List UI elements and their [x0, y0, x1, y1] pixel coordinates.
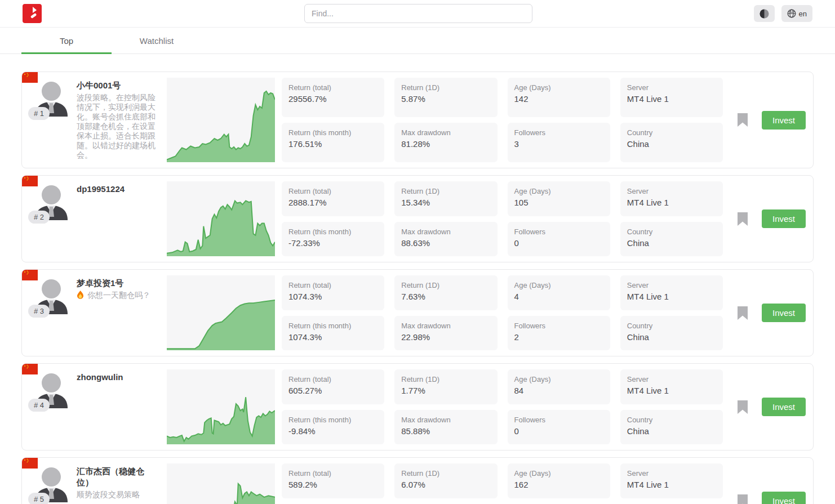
invest-button[interactable]: Invest [762, 492, 806, 504]
stat-value: 15.34% [401, 197, 490, 208]
trader-name[interactable]: zhongwulin [77, 372, 157, 383]
stat-label: Age (Days) [514, 280, 603, 291]
stat-age-days: Age (Days) 4 [508, 275, 610, 310]
tab-top-label: Top [60, 36, 73, 46]
bookmark-button[interactable] [737, 400, 748, 414]
globe-icon [787, 9, 796, 18]
stat-value: 84 [514, 385, 603, 396]
half-moon-contrast-icon [760, 9, 769, 19]
search-container [304, 4, 532, 23]
stat-return-month: Return (this month) 1074.3% [282, 316, 384, 351]
stat-label: Return (total) [288, 83, 377, 93]
stat-value: 6.07% [401, 479, 490, 490]
stat-label: Return (total) [288, 280, 377, 291]
bookmark-button[interactable] [737, 494, 748, 504]
bookmark-button[interactable] [737, 212, 748, 226]
trader-description-text: 顺势波段交易策略 [77, 490, 140, 499]
stat-value: -9.84% [288, 425, 377, 437]
stat-age-days: Age (Days) 162 [508, 463, 610, 498]
trader-name[interactable]: 汇市杰西（稳健仓位） [77, 466, 157, 488]
search-input[interactable] [304, 4, 532, 23]
brand-logo-icon[interactable] [23, 4, 42, 23]
stat-value: 1.77% [401, 385, 490, 396]
stat-age-days: Age (Days) 142 [508, 78, 610, 117]
stat-followers: Followers 0 [508, 410, 610, 445]
card-actions: Invest [730, 458, 813, 504]
tab-bar: Top Watchlist [0, 27, 835, 54]
language-button[interactable]: en [781, 5, 812, 22]
stat-label: Server [627, 280, 716, 291]
stat-value: China [627, 331, 716, 343]
rank-badge: # 1 [28, 107, 50, 120]
trader-name[interactable]: dp19951224 [77, 184, 157, 195]
stat-max-drawdown: Max drawdown 81.28% [394, 123, 497, 162]
stat-return-total: Return (total) 29556.7% [282, 78, 384, 117]
invest-button[interactable]: Invest [762, 304, 806, 322]
tab-watchlist[interactable]: Watchlist [112, 28, 202, 53]
trader-name[interactable]: 小牛0001号 [77, 80, 157, 91]
performance-chart [167, 78, 275, 162]
stat-value: 176.51% [288, 138, 377, 150]
stat-server: Server MT4 Live 1 [620, 275, 723, 310]
bookmark-icon [737, 494, 748, 504]
trader-info: # 5 汇市杰西（稳健仓位） 顺势波段交易策略 [22, 458, 167, 504]
trader-card: # 5 汇市杰西（稳健仓位） 顺势波段交易策略 Return (total) 5… [21, 457, 814, 504]
trader-name[interactable]: 梦卓投资1号 [77, 278, 157, 289]
stat-label: Server [627, 374, 716, 385]
stat-value: China [627, 425, 716, 437]
stat-label: Server [627, 469, 716, 479]
stat-max-drawdown: Max drawdown 88.63% [394, 222, 497, 257]
stat-value: 85.88% [401, 425, 490, 437]
stat-value: MT4 Live 1 [627, 479, 716, 490]
stat-followers: Followers 2 [508, 316, 610, 351]
stat-server: Server MT4 Live 1 [620, 78, 723, 117]
trader-description: 顺势波段交易策略 [77, 490, 156, 499]
stat-value: 81.28% [401, 138, 490, 150]
stat-label: Return (total) [288, 469, 377, 479]
trader-description: 你想一天翻仓吗？ [77, 291, 156, 300]
invest-button[interactable]: Invest [762, 398, 806, 416]
stats-grid: Return (total) 589.2% Return (1D) 6.07% … [282, 463, 723, 504]
stat-country: Country China [620, 222, 723, 257]
trader-info: # 3 梦卓投资1号 你想一天翻仓吗？ [22, 270, 167, 356]
performance-chart [167, 181, 275, 256]
trader-description-text: 波段策略。在控制风险情况下，实现利润最大化。账号会抓住底部和顶部建仓机会，在设置… [77, 93, 156, 159]
stat-value: China [627, 237, 716, 249]
stat-value: 88.63% [401, 237, 490, 249]
invest-button[interactable]: Invest [762, 111, 806, 130]
stats-grid: Return (total) 2888.17% Return (1D) 15.3… [282, 181, 723, 256]
invest-button[interactable]: Invest [762, 209, 806, 228]
flame-icon [77, 291, 84, 299]
trader-card: # 3 梦卓投资1号 你想一天翻仓吗？ Return (total) 1074.… [21, 269, 814, 356]
stats-grid: Return (total) 1074.3% Return (1D) 7.63%… [282, 275, 723, 350]
stat-server: Server MT4 Live 1 [620, 181, 723, 216]
card-actions: Invest [730, 176, 813, 262]
stat-return-1d: Return (1D) 15.34% [394, 181, 497, 216]
trader-card: # 1 小牛0001号 波段策略。在控制风险情况下，实现利润最大化。账号会抓住底… [21, 72, 814, 168]
stat-value: 162 [514, 479, 603, 490]
theme-toggle-button[interactable] [754, 5, 775, 22]
stat-label: Age (Days) [514, 374, 603, 385]
stat-value: 0 [514, 237, 603, 249]
tab-top[interactable]: Top [21, 28, 112, 53]
stat-country: Country China [620, 123, 723, 162]
stat-label: Followers [514, 415, 603, 425]
header-actions: en [754, 5, 812, 22]
trader-description-text: 你想一天翻仓吗？ [87, 291, 150, 300]
stat-value: 0 [514, 425, 603, 437]
stat-value: 5.87% [401, 93, 490, 105]
stat-country: Country China [620, 316, 723, 351]
stat-label: Return (this month) [288, 321, 377, 331]
stat-return-1d: Return (1D) 1.77% [394, 369, 497, 404]
bookmark-button[interactable] [737, 113, 748, 127]
stat-label: Server [627, 83, 716, 93]
stat-label: Country [627, 415, 716, 425]
stat-label: Server [627, 186, 716, 197]
stat-value: 105 [514, 197, 603, 208]
rank-badge: # 5 [28, 493, 50, 504]
stat-label: Followers [514, 321, 603, 331]
active-tab-underline [21, 52, 112, 54]
stat-label: Age (Days) [514, 186, 603, 197]
stat-label: Max drawdown [401, 415, 490, 425]
bookmark-button[interactable] [737, 306, 748, 320]
